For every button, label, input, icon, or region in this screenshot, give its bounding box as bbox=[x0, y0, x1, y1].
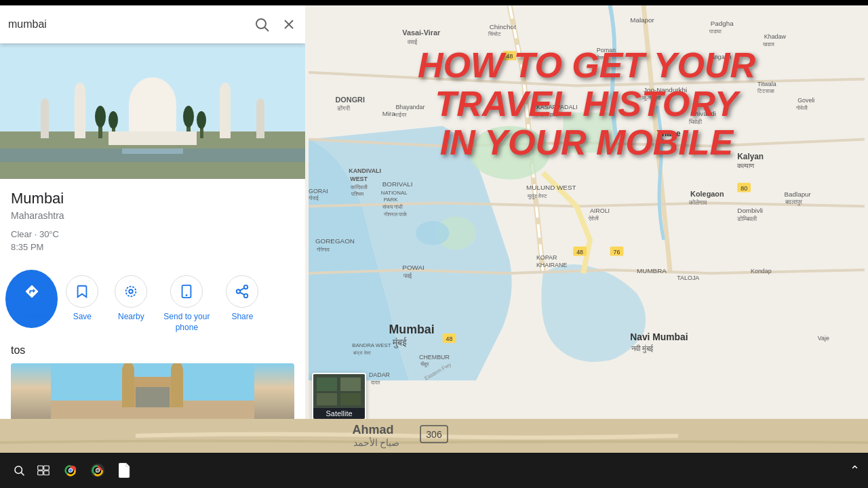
svg-point-150 bbox=[69, 469, 73, 472]
taskbar-chrome-dev-button[interactable] bbox=[87, 460, 108, 481]
svg-text:वसई: वसई bbox=[407, 38, 418, 45]
save-icon-circle bbox=[66, 275, 98, 308]
svg-text:PARK: PARK bbox=[384, 197, 399, 203]
sidebar: Mumbai Maharashtra Clear · 30°C 8:35 PM … bbox=[0, 5, 305, 447]
svg-point-14 bbox=[41, 98, 49, 110]
svg-point-18 bbox=[95, 106, 106, 127]
svg-text:मुंबई: मुंबई bbox=[392, 337, 407, 348]
search-input[interactable] bbox=[8, 18, 254, 30]
send-label: Send to yourphone bbox=[163, 312, 210, 333]
taskbar-task-view-button[interactable] bbox=[33, 460, 54, 481]
svg-line-1 bbox=[265, 28, 269, 32]
satellite-button[interactable]: Satellite bbox=[312, 373, 366, 420]
svg-rect-39 bbox=[136, 387, 170, 407]
svg-text:Padgha: Padgha bbox=[711, 20, 734, 27]
svg-text:Navi Mumbai: Navi Mumbai bbox=[630, 331, 688, 342]
directions-icon-circle bbox=[16, 275, 48, 308]
overlay-text: HOW TO GET YOUR TRAVEL HISTORY IN YOUR M… bbox=[383, 46, 790, 163]
svg-text:GOREGAON: GOREGAON bbox=[315, 237, 355, 245]
svg-point-27 bbox=[130, 289, 134, 293]
svg-text:गोरेगाव: गोरेगाव bbox=[316, 246, 330, 253]
svg-text:Goveli: Goveli bbox=[797, 97, 814, 104]
svg-text:BORIVALI: BORIVALI bbox=[382, 180, 413, 188]
svg-text:NATIONAL: NATIONAL bbox=[381, 190, 408, 196]
svg-text:मुलुंड वेस्ट: मुलुंड वेस्ट bbox=[527, 192, 547, 200]
photos-section: tos bbox=[0, 344, 305, 424]
svg-text:BANDRA WEST: BANDRA WEST bbox=[352, 342, 391, 348]
svg-rect-134 bbox=[340, 378, 361, 391]
svg-text:बांद्रा वेस्ट: बांद्रा वेस्ट bbox=[353, 350, 372, 356]
svg-rect-135 bbox=[317, 393, 337, 405]
black-bar-top bbox=[0, 0, 868, 5]
svg-text:80: 80 bbox=[741, 185, 747, 192]
satellite-label: Satellite bbox=[313, 408, 365, 419]
svg-text:Malapor: Malapor bbox=[630, 16, 654, 24]
svg-text:MUMBRA: MUMBRA bbox=[637, 267, 667, 274]
svg-text:बदलापुर: बदलापुर bbox=[785, 199, 802, 206]
svg-text:डोम्बिवली: डोम्बिवली bbox=[736, 215, 757, 222]
svg-point-28 bbox=[126, 287, 136, 297]
svg-point-31 bbox=[244, 285, 248, 289]
send-to-phone-button[interactable]: Send to yourphone bbox=[155, 270, 218, 338]
place-info: Mumbai Maharashtra Clear · 30°C 8:35 PM bbox=[0, 179, 305, 263]
nearby-button[interactable]: Nearby bbox=[106, 270, 155, 328]
svg-rect-146 bbox=[38, 471, 43, 475]
photo-thumbnail[interactable] bbox=[11, 363, 294, 424]
svg-text:Vasai-Virar: Vasai-Virar bbox=[402, 28, 441, 37]
svg-text:CHEMBUR: CHEMBUR bbox=[419, 354, 450, 361]
svg-rect-25 bbox=[122, 148, 183, 154]
svg-text:MULUND WEST: MULUND WEST bbox=[526, 184, 576, 191]
overlay-line3: IN YOUR MOBILE bbox=[383, 123, 790, 162]
close-icon[interactable] bbox=[281, 16, 297, 33]
directions-button[interactable]: Directions bbox=[5, 270, 58, 328]
svg-text:गोवेली: गोवेली bbox=[795, 104, 808, 111]
bottom-partial-image: Ahmad صباح الأحمد 306 bbox=[0, 419, 868, 453]
share-label: Share bbox=[231, 312, 253, 323]
svg-text:पश्चिम: पश्चिम bbox=[351, 191, 364, 197]
svg-line-34 bbox=[240, 292, 244, 295]
svg-point-32 bbox=[237, 289, 241, 293]
svg-text:Vaje: Vaje bbox=[818, 335, 829, 342]
svg-text:नॅशनल पार्क: नॅशनल पार्क bbox=[383, 211, 408, 218]
svg-point-10 bbox=[75, 83, 85, 99]
svg-text:चेंबूर: चेंबूर bbox=[420, 361, 429, 367]
svg-rect-147 bbox=[44, 471, 50, 475]
directions-label: Directions bbox=[14, 312, 50, 323]
send-icon-circle bbox=[170, 275, 203, 308]
search-icon[interactable] bbox=[254, 16, 270, 33]
svg-point-12 bbox=[220, 83, 231, 99]
svg-text:KHAIRANE: KHAIRANE bbox=[536, 262, 567, 268]
taskbar-search-button[interactable] bbox=[8, 460, 30, 481]
share-button[interactable]: Share bbox=[218, 270, 267, 328]
photos-title: tos bbox=[11, 344, 294, 357]
svg-text:48: 48 bbox=[446, 336, 453, 342]
taskbar: ⌃ bbox=[0, 453, 868, 488]
taskbar-chrome-button[interactable] bbox=[60, 460, 81, 481]
svg-text:Ahmad: Ahmad bbox=[352, 423, 393, 436]
svg-text:ऐरोली: ऐरोली bbox=[588, 215, 599, 222]
svg-text:Chinchot: Chinchot bbox=[490, 23, 516, 30]
svg-text:TALOJA: TALOJA bbox=[677, 274, 699, 281]
share-icon-circle bbox=[226, 275, 258, 308]
taskbar-chevron-up-button[interactable]: ⌃ bbox=[850, 463, 860, 478]
svg-text:KOPAR: KOPAR bbox=[536, 254, 557, 261]
place-name: Mumbai bbox=[11, 190, 294, 207]
map-area[interactable]: Vasai-Virar वसई Chinchot चिंचोट Malapor … bbox=[305, 5, 868, 447]
svg-text:पवई: पवई bbox=[403, 272, 412, 279]
action-buttons: Directions Save Nearby bbox=[0, 270, 305, 338]
taskbar-file-button[interactable] bbox=[114, 460, 136, 481]
svg-text:KANDIVALI: KANDIVALI bbox=[349, 167, 381, 174]
place-image bbox=[0, 43, 305, 179]
svg-text:DADAR: DADAR bbox=[369, 371, 390, 378]
svg-text:48: 48 bbox=[576, 249, 583, 256]
save-button[interactable]: Save bbox=[58, 270, 106, 328]
overlay-line2: TRAVEL HISTORY bbox=[383, 85, 790, 123]
weather-time: 8:35 PM bbox=[11, 242, 294, 252]
svg-point-33 bbox=[244, 294, 248, 298]
svg-text:डोंगरी: डोंगरी bbox=[336, 104, 351, 112]
svg-text:POWAI: POWAI bbox=[402, 264, 425, 271]
svg-point-20 bbox=[108, 111, 118, 129]
place-subtitle: Maharashtra bbox=[11, 210, 294, 221]
nearby-icon-circle bbox=[115, 275, 147, 308]
svg-point-142 bbox=[15, 466, 22, 474]
